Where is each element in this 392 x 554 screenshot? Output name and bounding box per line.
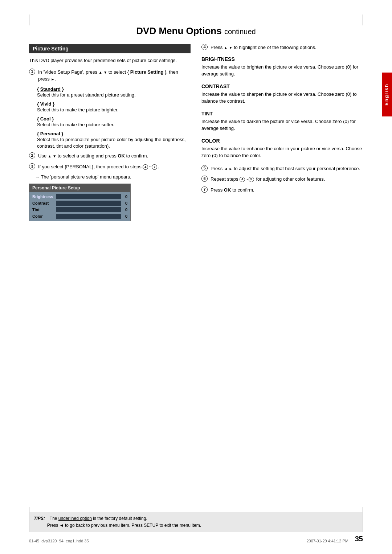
tri-down-icon xyxy=(53,153,56,159)
tri-right2-icon xyxy=(229,166,232,171)
sub-title-personal: { Personal } xyxy=(37,131,191,136)
tips-label: TIPS: xyxy=(34,516,45,521)
sub-item-personal: { Personal } Select this to personalize … xyxy=(37,131,191,149)
step-3-number: 3 xyxy=(29,163,35,169)
brightness-section: BRIGHTNESS Increase the value to brighte… xyxy=(201,56,363,78)
step-7-content: Press OK to confirm. xyxy=(211,186,254,194)
tips-line1-pre: The xyxy=(50,516,58,521)
step-6-content: Repeat steps 4~5 for adjusting other col… xyxy=(211,176,325,183)
contrast-section: CONTRAST Increase the value to sharpen t… xyxy=(201,83,363,105)
step-5-content: Press to adjust the setting that best su… xyxy=(211,165,360,172)
step-ref-5b: 5 xyxy=(249,177,254,182)
sub-desc-cool: Select this to make the picture softer. xyxy=(37,122,191,128)
step-7-number: 7 xyxy=(201,186,208,193)
border-mark-top-left xyxy=(29,15,29,25)
step-6: 6 Repeat steps 4~5 for adjusting other c… xyxy=(201,176,363,183)
pps-row-contrast: Contrast 0 xyxy=(32,201,127,206)
tips-underlined-option: underlined option xyxy=(58,516,92,521)
sub-item-standard: { Standard } Select this for a preset st… xyxy=(37,86,191,98)
footer-file: 01-45_dvp3120_94_eng1.indd 35 xyxy=(29,539,89,543)
pps-row-tint: Tint 0 xyxy=(32,207,127,212)
tri-up-icon xyxy=(48,153,52,159)
color-section: COLOR Increase the value to enhance the … xyxy=(201,138,363,159)
brightness-title: BRIGHTNESS xyxy=(201,56,363,62)
sub-title-vivid: { Vivid } xyxy=(37,101,191,107)
pps-label-contrast: Contrast xyxy=(32,201,54,205)
step-4: 4 Press to highlight one of the followin… xyxy=(201,44,363,51)
triangle-up-icon xyxy=(99,69,102,75)
step-5-number: 5 xyxy=(201,165,208,171)
tint-section: TINT Increase the value to darken the pi… xyxy=(201,111,363,132)
triangle-right-icon xyxy=(51,76,54,82)
pps-label-tint: Tint xyxy=(32,208,54,212)
step-2-number: 2 xyxy=(29,152,35,159)
sub-desc-standard: Select this for a preset standard pictur… xyxy=(37,92,191,98)
pps-table: Personal Picture Setup Brightness 0 Cont… xyxy=(29,184,131,221)
step-2: 2 Use to select a setting and press OK t… xyxy=(29,152,191,160)
right-column: 4 Press to highlight one of the followin… xyxy=(201,44,363,226)
step-ref-4: 4 xyxy=(143,164,148,170)
triangle-down-icon xyxy=(103,69,107,75)
page-title: DVD Menu Options continued xyxy=(29,25,363,37)
step-7: 7 Press OK to confirm. xyxy=(201,186,363,194)
tint-text: Increase the value to darken the picture… xyxy=(201,118,363,132)
content-area: Picture Setting This DVD player provides… xyxy=(29,44,363,226)
pps-bar-color xyxy=(56,214,121,219)
color-title: COLOR xyxy=(201,138,363,144)
tri-up-r-icon xyxy=(224,45,228,50)
sub-item-cool: { Cool } Select this to make the picture… xyxy=(37,116,191,128)
tri-down-r-icon xyxy=(229,45,232,50)
pps-row-color: Color 0 xyxy=(32,214,127,219)
language-tab-label: English xyxy=(384,83,389,106)
language-tab: English xyxy=(382,73,392,116)
page-number: 35 xyxy=(355,535,363,543)
step-3-content: If you select {PERSONAL}, then proceed t… xyxy=(38,163,159,171)
sub-title-cool: { Cool } xyxy=(37,116,191,122)
pps-value-color: 0 xyxy=(123,214,127,218)
step-4-content: Press to highlight one of the following … xyxy=(211,44,317,51)
footer-date: 2007-01-29 4:41:12 PM xyxy=(306,539,348,543)
tips-line1-post: is the factory default setting. xyxy=(92,516,147,521)
left-column: Picture Setting This DVD player provides… xyxy=(29,44,191,226)
step-1-number: 1 xyxy=(29,69,35,75)
tips-footer: TIPS: The underlined option is the facto… xyxy=(29,512,363,532)
step-3: 3 If you select {PERSONAL}, then proceed… xyxy=(29,163,191,171)
pps-bar-brightness xyxy=(56,194,121,199)
color-text: Increase the value to enhance the color … xyxy=(201,145,363,159)
pps-label-color: Color xyxy=(32,214,54,218)
pps-value-tint: 0 xyxy=(123,208,127,212)
pps-bar-contrast xyxy=(56,201,121,206)
step-4-number: 4 xyxy=(201,44,208,50)
step-ref-7: 7 xyxy=(152,164,157,170)
tint-title: TINT xyxy=(201,111,363,116)
step-2-content: Use to select a setting and press OK to … xyxy=(38,152,148,160)
sub-desc-personal: Select this to personalize your picture … xyxy=(37,136,191,149)
tips-line2: Press ◄ to go back to previous menu item… xyxy=(47,523,201,528)
step-ref-4b: 4 xyxy=(240,177,245,182)
sub-title-standard: { Standard } xyxy=(37,86,191,92)
tri-left-icon xyxy=(224,166,228,171)
step-1: 1 In 'Video Setup Page', press to select… xyxy=(29,69,191,83)
contrast-text: Increase the value to sharpen the pictur… xyxy=(201,91,363,105)
border-mark-top-right xyxy=(363,15,363,25)
pps-label-brightness: Brightness xyxy=(32,194,54,199)
sub-desc-vivid: Select this to make the picture brighter… xyxy=(37,107,191,113)
step-1-content: In 'Video Setup Page', press to select {… xyxy=(38,69,191,83)
pps-value-contrast: 0 xyxy=(123,201,127,205)
pps-value-brightness: 0 xyxy=(123,194,127,199)
picture-setting-header: Picture Setting xyxy=(29,44,191,53)
page: English DVD Menu Options continued Pictu… xyxy=(0,0,392,554)
pps-table-header: Personal Picture Setup xyxy=(29,184,130,192)
step-6-number: 6 xyxy=(201,176,208,182)
arrow-note: → The 'personal picture setup' menu appe… xyxy=(35,174,191,180)
sub-item-vivid: { Vivid } Select this to make the pictur… xyxy=(37,101,191,113)
contrast-title: CONTRAST xyxy=(201,83,363,89)
pps-row-brightness: Brightness 0 xyxy=(32,194,127,199)
step-5: 5 Press to adjust the setting that best … xyxy=(201,165,363,172)
brightness-text: Increase the value to brighten the pictu… xyxy=(201,63,363,78)
intro-text: This DVD player provides four predefined… xyxy=(29,57,191,64)
pps-bar-tint xyxy=(56,207,121,212)
pps-table-rows: Brightness 0 Contrast 0 Ti xyxy=(29,192,130,221)
